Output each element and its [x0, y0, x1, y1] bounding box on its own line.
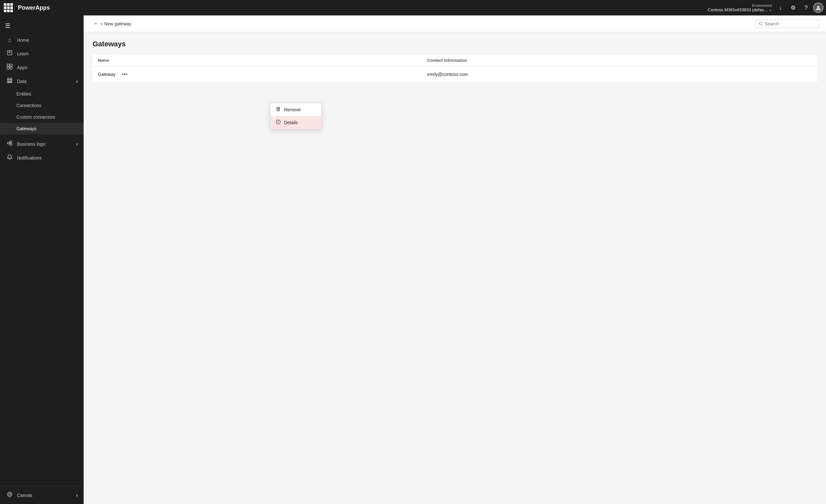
content-toolbar: ＋ + New gateway	[83, 15, 826, 32]
svg-point-18	[759, 22, 762, 25]
details-icon	[276, 119, 281, 126]
svg-point-0	[817, 6, 820, 8]
sidebar-item-label: Data	[17, 79, 72, 84]
waffle-menu-button[interactable]	[3, 2, 14, 13]
data-chevron-icon: ∧	[75, 79, 78, 84]
waffle-icon	[4, 3, 13, 12]
learn-icon	[6, 50, 13, 57]
environment-label: Environment	[752, 4, 772, 7]
col-header-name: Name	[93, 55, 422, 66]
sidebar-item-label: Home	[17, 38, 78, 43]
page-content: Gateways Name Contact information Gatewa…	[83, 32, 826, 504]
svg-rect-9	[7, 80, 12, 81]
svg-rect-4	[7, 64, 9, 66]
topbar-icons: ↓ ⚙ ?	[774, 2, 823, 13]
svg-point-13	[10, 143, 12, 145]
avatar[interactable]	[813, 3, 823, 13]
search-icon	[759, 21, 763, 26]
sidebar-item-label: Notifications	[17, 155, 78, 161]
download-button[interactable]: ↓	[774, 2, 786, 13]
sidebar-item-custom-connectors[interactable]: Custom connectors	[0, 111, 83, 123]
canvas-chevron-icon: ∨	[75, 493, 78, 498]
home-icon: ⌂	[6, 37, 13, 44]
remove-icon	[276, 107, 281, 113]
data-icon	[6, 77, 13, 85]
svg-point-12	[10, 141, 12, 143]
apps-icon	[6, 64, 13, 71]
remove-label: Remove	[284, 107, 301, 112]
svg-line-19	[762, 24, 763, 25]
sidebar-item-entities[interactable]: Entities	[0, 88, 83, 100]
details-label: Details	[284, 120, 298, 125]
app-brand: PowerApps	[15, 4, 50, 11]
settings-button[interactable]: ⚙	[787, 2, 799, 13]
sidebar-item-label: Learn	[17, 51, 78, 56]
table-row: Gateway ••• emily@contoso.com	[93, 66, 817, 83]
sidebar-item-learn[interactable]: Learn	[0, 47, 83, 60]
sidebar-footer-canvas[interactable]: Canvas ∨	[0, 489, 83, 501]
svg-point-17	[9, 493, 11, 495]
page-title: Gateways	[93, 40, 817, 48]
topbar: PowerApps Environment Contoso M365x93383…	[0, 0, 826, 15]
sidebar-item-label: Business logic	[17, 141, 72, 147]
svg-rect-10	[7, 82, 12, 83]
context-menu: Remove Details	[270, 103, 322, 129]
sidebar-item-home[interactable]: ⌂ Home	[0, 34, 83, 47]
environment-name: Contoso M365x933833 (defau... ⌄	[708, 7, 772, 12]
main-layout: ☰ ⌂ Home Learn Apps	[0, 15, 826, 504]
svg-rect-6	[7, 67, 9, 69]
search-input[interactable]	[765, 21, 816, 26]
canvas-label: Canvas	[17, 493, 72, 498]
business-logic-icon	[6, 140, 13, 148]
canvas-icon	[6, 492, 13, 499]
environment-selector[interactable]: Environment Contoso M365x933833 (defau..…	[708, 4, 772, 12]
gateway-name-cell: Gateway •••	[93, 66, 422, 83]
gateway-contact-cell: emily@contoso.com	[422, 66, 817, 83]
content-area: ＋ + New gateway Gateways Name Contact in…	[83, 15, 826, 504]
context-menu-details[interactable]: Details	[271, 116, 321, 129]
plus-icon: ＋	[93, 20, 99, 27]
svg-rect-8	[7, 78, 12, 79]
sidebar-item-label: Apps	[17, 65, 78, 70]
sidebar-item-notifications[interactable]: Notifications	[0, 151, 83, 165]
svg-rect-20	[277, 108, 280, 111]
sidebar: ☰ ⌂ Home Learn Apps	[0, 15, 83, 504]
svg-rect-7	[10, 67, 12, 69]
business-logic-chevron-icon: ∨	[75, 142, 78, 146]
col-header-contact: Contact information	[422, 55, 817, 66]
row-actions-button[interactable]: •••	[119, 70, 130, 78]
entities-label: Entities	[16, 91, 31, 97]
sidebar-item-data[interactable]: Data ∧	[0, 74, 83, 88]
svg-point-16	[7, 492, 12, 497]
sidebar-collapse-button[interactable]: ☰	[0, 19, 15, 32]
notifications-icon	[6, 154, 13, 162]
sidebar-footer: Canvas ∨	[0, 486, 83, 504]
svg-point-11	[7, 142, 9, 144]
search-box[interactable]	[755, 20, 820, 28]
connections-label: Connections	[16, 103, 42, 108]
custom-connectors-label: Custom connectors	[16, 115, 55, 120]
new-gateway-label: + New gateway	[100, 21, 131, 26]
gateways-label: Gateways	[16, 126, 36, 131]
sidebar-item-apps[interactable]: Apps	[0, 60, 83, 74]
sidebar-item-connections[interactable]: Connections	[0, 100, 83, 111]
context-menu-remove[interactable]: Remove	[271, 103, 321, 116]
sidebar-item-business-logic[interactable]: Business logic ∨	[0, 137, 83, 151]
svg-rect-5	[10, 64, 12, 66]
gateway-name: Gateway	[98, 72, 115, 77]
gateways-table: Name Contact information Gateway ••• emi…	[93, 55, 817, 83]
new-gateway-button[interactable]: ＋ + New gateway	[90, 18, 134, 29]
sidebar-item-gateways[interactable]: Gateways	[0, 123, 83, 134]
help-button[interactable]: ?	[800, 2, 812, 13]
svg-point-25	[278, 121, 278, 121]
